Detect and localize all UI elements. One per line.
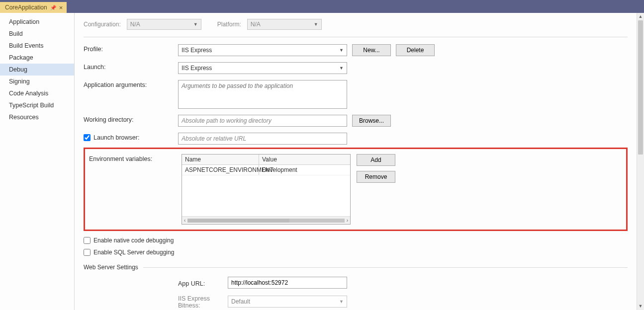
profile-label: Profile: [84,44,178,53]
scroll-thumb[interactable] [638,20,643,155]
sidebar-item-code-analysis[interactable]: Code Analysis [0,87,74,99]
app-url-input[interactable] [228,277,347,289]
tab-title: CoreApplication [5,4,47,11]
document-tab[interactable]: CoreApplication 📌 × [0,2,67,13]
scroll-right-icon[interactable]: › [347,218,348,223]
profile-select[interactable]: IIS Express▼ [178,44,347,56]
launch-browser-url-input[interactable] [178,133,347,145]
launch-browser-checkbox[interactable] [84,134,91,141]
delete-profile-button[interactable]: Delete [396,44,435,56]
working-directory-label: Working directory: [84,115,178,123]
env-cell-name: ASPNETCORE_ENVIRONMENT [182,165,259,175]
project-properties-sidebar: Application Build Build Events Package D… [0,13,75,310]
launch-label: Launch: [84,62,178,71]
platform-select: N/A▼ [247,19,322,30]
env-cell-value: Development [259,165,350,175]
sidebar-item-application[interactable]: Application [0,16,74,28]
app-args-label: Application arguments: [84,80,178,88]
launch-browser-label: Launch browser: [93,134,139,141]
browse-button[interactable]: Browse... [352,115,391,127]
enable-sql-debug-label: Enable SQL Server debugging [93,249,174,256]
document-tab-strip: CoreApplication 📌 × [0,2,644,13]
app-url-label: App URL: [178,279,228,287]
environment-variables-highlight: Environment variables: Name Value ASPNET… [84,148,628,231]
scroll-down-icon[interactable]: ▼ [637,303,644,310]
sidebar-item-signing[interactable]: Signing [0,76,74,87]
sidebar-item-build-events[interactable]: Build Events [0,40,74,52]
chevron-down-icon: ▼ [339,299,344,304]
new-profile-button[interactable]: New... [352,44,391,56]
env-header-name[interactable]: Name [182,155,259,164]
table-row[interactable]: ASPNETCORE_ENVIRONMENT Development [182,165,350,175]
add-env-var-button[interactable]: Add [357,154,395,166]
application-arguments-input[interactable] [178,80,347,109]
section-divider [143,267,628,268]
chevron-down-icon: ▼ [339,66,344,71]
pin-icon[interactable]: 📌 [50,5,56,10]
configuration-label: Configuration: [84,21,121,28]
environment-variables-table[interactable]: Name Value ASPNETCORE_ENVIRONMENT Develo… [182,154,351,225]
sidebar-item-typescript-build[interactable]: TypeScript Build [0,99,74,111]
debug-settings-panel: Configuration: N/A▼ Platform: N/A▼ Profi… [75,13,637,310]
remove-env-var-button[interactable]: Remove [357,171,395,183]
configuration-select: N/A▼ [127,19,201,30]
platform-label: Platform: [217,21,241,28]
sidebar-item-debug[interactable]: Debug [0,64,74,76]
scroll-up-icon[interactable]: ▲ [637,13,644,20]
sidebar-item-resources[interactable]: Resources [0,111,74,123]
chevron-down-icon: ▼ [339,48,344,53]
chevron-down-icon: ▼ [193,22,198,27]
env-vars-label: Environment variables: [87,154,182,225]
working-directory-input[interactable] [178,115,347,127]
env-header-value[interactable]: Value [259,155,350,164]
scroll-thumb[interactable] [187,219,289,223]
enable-native-debug-label: Enable native code debugging [93,237,174,244]
sidebar-item-build[interactable]: Build [0,28,74,40]
horizontal-scrollbar[interactable]: ‹ › [182,216,350,224]
close-icon[interactable]: × [59,4,63,11]
iis-bitness-label: IIS Express Bitness: [178,294,228,309]
enable-sql-debug-checkbox[interactable] [84,249,91,256]
chevron-down-icon: ▼ [314,22,318,27]
vertical-scrollbar[interactable]: ▲ ▼ [637,13,644,310]
launch-select[interactable]: IIS Express▼ [178,62,347,74]
web-server-settings-heading: Web Server Settings [84,264,138,271]
sidebar-item-package[interactable]: Package [0,52,74,64]
scroll-left-icon[interactable]: ‹ [184,218,185,223]
enable-native-debug-checkbox[interactable] [84,237,91,244]
iis-bitness-select[interactable]: Default▼ [228,296,347,308]
